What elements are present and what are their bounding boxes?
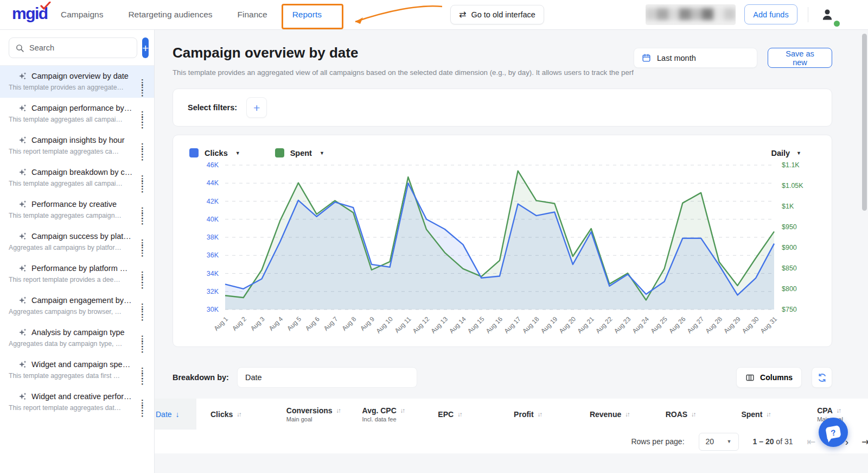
report-template-item[interactable]: Campaign success by plat… Aggregates all… <box>0 226 154 258</box>
column-header-revenue[interactable]: Revenue↓↑ <box>576 399 652 430</box>
date-range-value: Last month <box>657 54 696 62</box>
column-header-spent[interactable]: Spent↓↑ <box>727 399 803 430</box>
report-template-description: This report template aggregates dat… <box>9 404 136 412</box>
report-template-description: Aggregates data by campaign type, … <box>9 340 136 348</box>
svg-text:Aug 24: Aug 24 <box>631 315 651 335</box>
report-template-item[interactable]: Analysis by campaign type Aggregates dat… <box>0 322 154 354</box>
item-menu-kebab-icon[interactable]: ⋮⋮⋮ <box>138 144 145 159</box>
item-menu-kebab-icon[interactable]: ⋮⋮⋮ <box>138 80 145 95</box>
column-label: EPC <box>438 410 454 419</box>
refresh-button[interactable] <box>812 367 832 388</box>
ai-sparkle-icon <box>18 328 27 337</box>
report-template-item[interactable]: Performance by creative This template ag… <box>0 194 154 226</box>
report-template-description: This template provides an aggregate… <box>9 84 136 91</box>
search-input[interactable] <box>29 43 131 52</box>
sort-icon: ↓ <box>176 410 180 419</box>
nav-item-finance[interactable]: Finance <box>238 0 267 29</box>
granularity-dropdown[interactable]: Daily ▼ <box>771 149 815 157</box>
svg-text:Aug 20: Aug 20 <box>558 315 578 335</box>
report-template-item[interactable]: Campaign breakdown by c… This template a… <box>0 162 154 194</box>
chevron-down-icon: ▼ <box>796 150 801 156</box>
item-menu-kebab-icon[interactable]: ⋮⋮⋮ <box>138 336 145 351</box>
report-template-title: Widget and campaign spe… <box>31 360 130 369</box>
column-header-conversions[interactable]: Conversions↓↑Main goal <box>272 399 348 430</box>
save-as-new-button[interactable]: Save as new <box>768 48 832 68</box>
rows-per-page-select[interactable]: 20 ▼ <box>699 433 739 451</box>
report-template-item[interactable]: Widget and creative perfor… This report … <box>0 386 154 418</box>
report-template-item[interactable]: Performance by platform … This report te… <box>0 258 154 290</box>
add-report-button[interactable]: + <box>142 37 149 58</box>
page-title: Campaign overview by date <box>173 45 634 61</box>
report-template-item[interactable]: Campaign insights by hour This report te… <box>0 130 154 162</box>
breakdown-dimension-input[interactable]: Date <box>237 367 417 388</box>
report-template-title: Campaign engagement by… <box>31 296 132 305</box>
user-avatar-icon[interactable] <box>819 7 835 23</box>
svg-text:Aug 1: Aug 1 <box>212 315 229 332</box>
item-menu-kebab-icon[interactable]: ⋮⋮⋮ <box>138 368 145 383</box>
ai-sparkle-icon <box>18 232 27 241</box>
column-label: Date <box>156 410 172 419</box>
svg-text:Aug 16: Aug 16 <box>484 315 505 335</box>
item-menu-kebab-icon[interactable]: ⋮⋮⋮ <box>138 304 145 319</box>
nav-item-retargeting-audiences[interactable]: Retargeting audiences <box>128 0 212 29</box>
clicks-swatch <box>189 148 199 157</box>
add-filter-button[interactable]: + <box>246 97 267 118</box>
report-template-title: Campaign overview by date <box>31 72 129 80</box>
column-header-clicks[interactable]: Clicks↓↑ <box>196 399 272 430</box>
svg-text:42K: 42K <box>207 198 219 205</box>
item-menu-kebab-icon[interactable]: ⋮⋮⋮ <box>138 240 145 255</box>
column-header-avg-cpc[interactable]: Avg. CPC↓↑Incl. data fee <box>348 399 424 430</box>
item-menu-kebab-icon[interactable]: ⋮⋮⋮ <box>138 112 145 127</box>
legend-clicks-dropdown[interactable]: Clicks ▼ <box>189 148 240 157</box>
item-menu-kebab-icon[interactable]: ⋮⋮⋮ <box>138 272 145 287</box>
item-menu-kebab-icon[interactable]: ⋮⋮⋮ <box>138 176 145 191</box>
report-template-title: Campaign breakdown by c… <box>31 168 132 176</box>
ai-sparkle-icon <box>18 168 27 176</box>
column-header-date[interactable]: Date↓ <box>155 399 196 430</box>
report-template-title: Campaign performance by… <box>31 104 132 112</box>
report-template-item[interactable]: Campaign performance by… This template a… <box>0 98 154 130</box>
nav-item-reports[interactable]: Reports <box>292 0 322 29</box>
svg-text:Aug 7: Aug 7 <box>322 315 340 332</box>
report-template-item[interactable]: Widget and campaign spe… This template a… <box>0 354 154 386</box>
ai-sparkle-icon <box>18 360 27 369</box>
report-template-item[interactable]: Campaign engagement by… Aggregates campa… <box>0 290 154 322</box>
column-header-roas[interactable]: ROAS↓↑ <box>652 399 727 430</box>
svg-text:Aug 10: Aug 10 <box>374 315 394 335</box>
ai-sparkle-icon <box>18 72 27 80</box>
sort-icon: ↓↑ <box>766 411 770 418</box>
svg-text:Aug 17: Aug 17 <box>503 315 522 335</box>
nav-label: Reports <box>292 10 322 20</box>
vertical-scrollbar-thumb[interactable] <box>862 34 867 211</box>
item-menu-kebab-icon[interactable]: ⋮⋮⋮ <box>138 208 145 223</box>
last-page-button[interactable]: ⇥ <box>861 437 868 447</box>
date-range-picker[interactable]: Last month <box>634 48 757 68</box>
help-chat-fab[interactable]: ? <box>819 418 848 447</box>
nav-label: Retargeting audiences <box>128 10 212 20</box>
svg-text:$850: $850 <box>782 264 797 272</box>
go-to-old-interface-button[interactable]: ⇄ Go to old interface <box>450 5 544 24</box>
column-header-epc[interactable]: EPC↓↑ <box>424 399 500 430</box>
svg-text:Aug 8: Aug 8 <box>341 315 358 332</box>
active-tab-underline <box>291 28 323 29</box>
item-menu-kebab-icon[interactable]: ⋮⋮⋮ <box>138 400 145 415</box>
mgid-logo[interactable]: mgid <box>12 4 48 23</box>
svg-text:Aug 28: Aug 28 <box>704 315 724 335</box>
columns-button[interactable]: Columns <box>736 367 802 388</box>
report-template-description: This template aggregates all campai… <box>9 116 136 123</box>
svg-text:$950: $950 <box>782 223 797 231</box>
column-label: Revenue <box>590 410 621 419</box>
account-balance-redacted <box>646 4 736 25</box>
add-funds-button[interactable]: Add funds <box>744 4 797 24</box>
nav-item-campaigns[interactable]: Campaigns <box>61 0 103 29</box>
refresh-icon <box>817 373 827 383</box>
legend-spent-dropdown[interactable]: Spent ▼ <box>275 148 324 157</box>
column-header-profit[interactable]: Profit↓↑ <box>500 399 576 430</box>
ai-sparkle-icon <box>18 136 27 144</box>
svg-text:Aug 12: Aug 12 <box>411 315 431 335</box>
svg-text:Aug 26: Aug 26 <box>667 315 687 335</box>
report-template-title: Widget and creative perfor… <box>31 392 132 401</box>
calendar-icon <box>642 53 651 62</box>
report-template-item[interactable]: Campaign overview by date This template … <box>0 66 154 98</box>
chevron-down-icon: ▼ <box>727 439 732 444</box>
